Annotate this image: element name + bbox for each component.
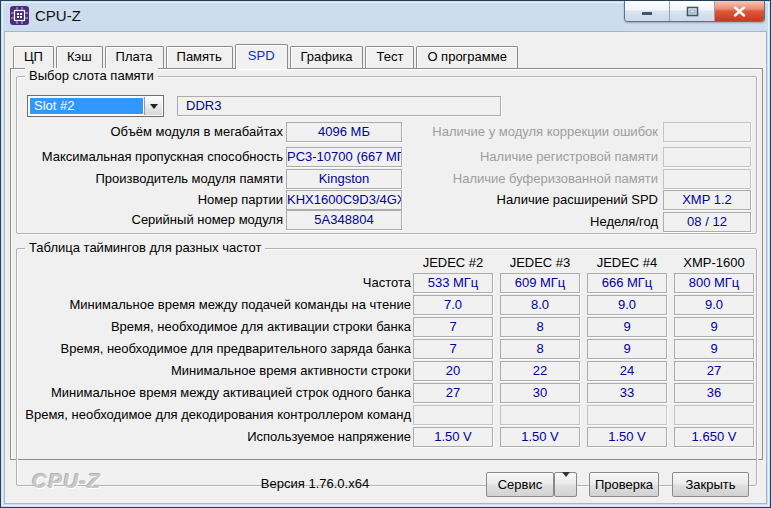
timing-cell[interactable]: 1.50 V <box>413 427 493 447</box>
close-dialog-button[interactable]: Закрыть <box>672 472 749 497</box>
timing-cell[interactable]: 20 <box>413 361 493 381</box>
field-label: Наличие буферизованной памяти <box>417 171 658 186</box>
module-size-field[interactable]: 4096 МБ <box>286 122 402 142</box>
caption-buttons <box>624 1 765 22</box>
serial-number-field[interactable]: 5A348804 <box>286 210 402 230</box>
minimize-button[interactable] <box>625 1 670 21</box>
title-bar[interactable]: CPU-Z <box>1 1 770 31</box>
field-label: Объём модуля в мегабайтах <box>17 124 283 139</box>
validate-button[interactable]: Проверка <box>589 472 659 497</box>
timing-cell[interactable]: 8 <box>500 339 580 359</box>
part-number-field[interactable]: KHX1600C9D3/4GX <box>286 190 402 210</box>
chevron-down-icon <box>150 104 158 109</box>
timing-row-label: Время, необходимое для предварительного … <box>17 341 411 356</box>
timing-cell[interactable]: 9.0 <box>674 295 754 315</box>
service-button[interactable]: Сервис <box>486 472 554 497</box>
memory-slot-group-title: Выбор слота памяти <box>25 68 158 83</box>
field-label: Максимальная пропускная способность <box>17 149 283 164</box>
column-header: JEDEC #2 <box>413 255 493 270</box>
close-icon <box>733 6 746 17</box>
timing-cell[interactable]: 533 МГц <box>413 273 493 293</box>
app-icon <box>10 6 29 25</box>
cpuz-logo: CPU-Z <box>32 469 101 493</box>
timing-cell[interactable]: 800 МГц <box>674 273 754 293</box>
minimize-icon <box>641 6 653 16</box>
slot-select-value: Slot #2 <box>30 98 143 114</box>
memory-slot-group: Выбор слота памяти Slot #2 DDR3 Объём мо… <box>16 76 757 234</box>
timing-cell <box>413 405 493 425</box>
timing-cell[interactable]: 1.50 V <box>500 427 580 447</box>
timing-cell[interactable]: 7.0 <box>413 295 493 315</box>
timing-cell[interactable]: 33 <box>587 383 667 403</box>
timing-row-label: Минимальное время между подачей команды … <box>17 297 411 312</box>
cpuz-window: CPU-Z ЦП Кэш Плата Память SPD Графика Те… <box>0 0 771 508</box>
maximize-button[interactable] <box>670 1 715 21</box>
timing-cell <box>500 405 580 425</box>
tab-graphics[interactable]: Графика <box>290 46 364 68</box>
tab-bench[interactable]: Тест <box>365 46 414 68</box>
chevron-down-icon <box>562 472 570 492</box>
timing-row-label: Время, необходимое для декодирования кон… <box>17 407 411 422</box>
slot-select[interactable]: Slot #2 <box>27 95 164 117</box>
timing-row-label: Используемое напряжение <box>17 429 411 444</box>
timing-row-label: Частота <box>17 275 411 290</box>
timing-cell[interactable]: 27 <box>413 383 493 403</box>
timings-group: Таблица таймингов для разных частот JEDE… <box>16 248 757 486</box>
close-button[interactable] <box>715 1 764 21</box>
week-year-field[interactable]: 08 / 12 <box>663 212 751 232</box>
timing-cell[interactable]: 1.50 V <box>587 427 667 447</box>
timing-cell[interactable]: 8 <box>500 317 580 337</box>
timing-row-label: Минимальное время между активацией строк… <box>17 385 411 400</box>
client-area: ЦП Кэш Плата Память SPD Графика Тест О п… <box>4 31 767 504</box>
tab-cpu[interactable]: ЦП <box>13 46 54 68</box>
field-label: Наличие регистровой памяти <box>417 149 658 164</box>
field-label: Номер партии <box>17 192 283 207</box>
timing-cell[interactable]: 666 МГц <box>587 273 667 293</box>
service-dropdown-button[interactable] <box>554 472 577 497</box>
timing-cell[interactable]: 8.0 <box>500 295 580 315</box>
version-text: Версия 1.76.0.x64 <box>155 476 475 491</box>
buffered-field <box>663 169 751 189</box>
field-label: Серийный номер модуля <box>17 212 283 227</box>
spd-ext-field[interactable]: XMP 1.2 <box>663 190 751 210</box>
tab-cache[interactable]: Кэш <box>56 46 103 68</box>
timing-row-label: Минимальное время активности строки <box>17 363 411 378</box>
timing-cell[interactable]: 9 <box>674 339 754 359</box>
timing-row-label: Время, необходимое для активации строки … <box>17 319 411 334</box>
timing-cell <box>674 405 754 425</box>
timing-cell[interactable]: 9 <box>674 317 754 337</box>
tab-mainboard[interactable]: Плата <box>105 46 164 68</box>
field-label: Неделя/год <box>417 214 658 229</box>
timing-cell[interactable]: 30 <box>500 383 580 403</box>
memory-type-field[interactable]: DDR3 <box>177 96 501 116</box>
column-header: XMP-1600 <box>674 255 754 270</box>
timing-cell[interactable]: 27 <box>674 361 754 381</box>
timing-cell[interactable]: 1.650 V <box>674 427 754 447</box>
timing-cell[interactable]: 9 <box>587 339 667 359</box>
maximize-icon <box>686 6 699 17</box>
timing-cell[interactable]: 22 <box>500 361 580 381</box>
timing-cell[interactable]: 36 <box>674 383 754 403</box>
timing-cell[interactable]: 609 МГц <box>500 273 580 293</box>
max-bandwidth-field[interactable]: PC3-10700 (667 МГц) <box>286 147 402 167</box>
combo-dropdown-button[interactable] <box>144 97 162 115</box>
tab-about[interactable]: О программе <box>416 46 518 68</box>
timing-cell[interactable]: 9.0 <box>587 295 667 315</box>
registered-field <box>663 147 751 167</box>
ecc-field <box>663 122 751 142</box>
timing-cell[interactable]: 7 <box>413 317 493 337</box>
window-title: CPU-Z <box>35 7 81 24</box>
column-header: JEDEC #3 <box>500 255 580 270</box>
column-header: JEDEC #4 <box>587 255 667 270</box>
field-label: Наличие расширений SPD <box>417 192 658 207</box>
tab-memory[interactable]: Память <box>166 46 233 68</box>
timing-cell[interactable]: 9 <box>587 317 667 337</box>
field-label: Производитель модуля памяти <box>17 171 283 186</box>
tab-spd[interactable]: SPD <box>235 44 288 69</box>
manufacturer-field[interactable]: Kingston <box>286 169 402 189</box>
timing-cell[interactable]: 24 <box>587 361 667 381</box>
field-label: Наличие у модуля коррекции ошибок <box>417 124 658 139</box>
tab-bar: ЦП Кэш Плата Память SPD Графика Тест О п… <box>13 44 520 69</box>
timing-cell[interactable]: 7 <box>413 339 493 359</box>
timings-group-title: Таблица таймингов для разных частот <box>25 240 265 255</box>
